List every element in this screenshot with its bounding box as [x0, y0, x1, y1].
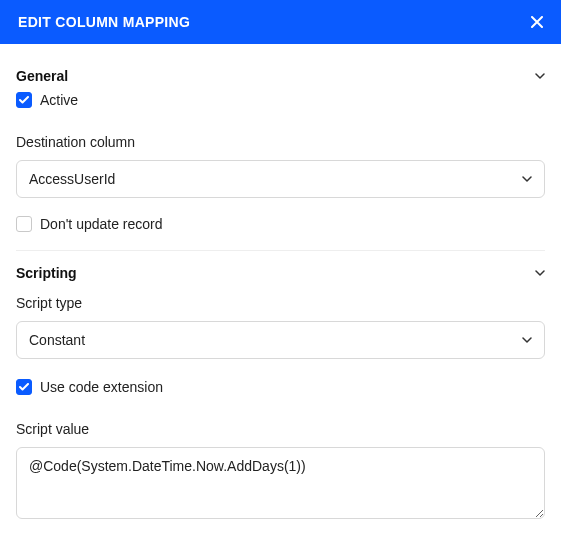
section-divider [16, 250, 545, 251]
chevron-down-icon [535, 71, 545, 81]
dialog-title: EDIT COLUMN MAPPING [18, 14, 190, 30]
section-toggle-scripting[interactable]: Scripting [16, 265, 545, 281]
script-type-value: Constant [29, 332, 85, 348]
chevron-down-icon [522, 335, 532, 345]
script-type-label: Script type [16, 295, 545, 311]
section-title-general: General [16, 68, 68, 84]
checkbox-row-active: Active [16, 92, 545, 108]
section-title-scripting: Scripting [16, 265, 77, 281]
dont-update-checkbox[interactable] [16, 216, 32, 232]
close-icon[interactable] [531, 16, 543, 28]
use-code-extension-label: Use code extension [40, 379, 163, 395]
chevron-down-icon [535, 268, 545, 278]
checkbox-row-use-code-extension: Use code extension [16, 379, 545, 395]
destination-column-value: AccessUserId [29, 171, 115, 187]
script-type-select[interactable]: Constant [16, 321, 545, 359]
checkbox-row-dont-update: Don't update record [16, 216, 545, 232]
use-code-extension-checkbox[interactable] [16, 379, 32, 395]
chevron-down-icon [522, 174, 532, 184]
section-toggle-general[interactable]: General [16, 68, 545, 84]
script-value-label: Script value [16, 421, 545, 437]
dialog-header: EDIT COLUMN MAPPING [0, 0, 561, 44]
dont-update-label: Don't update record [40, 216, 163, 232]
active-checkbox[interactable] [16, 92, 32, 108]
active-label: Active [40, 92, 78, 108]
destination-column-label: Destination column [16, 134, 545, 150]
destination-column-select[interactable]: AccessUserId [16, 160, 545, 198]
script-value-textarea[interactable] [16, 447, 545, 519]
dialog-body: General Active Destination column Access… [0, 44, 561, 540]
